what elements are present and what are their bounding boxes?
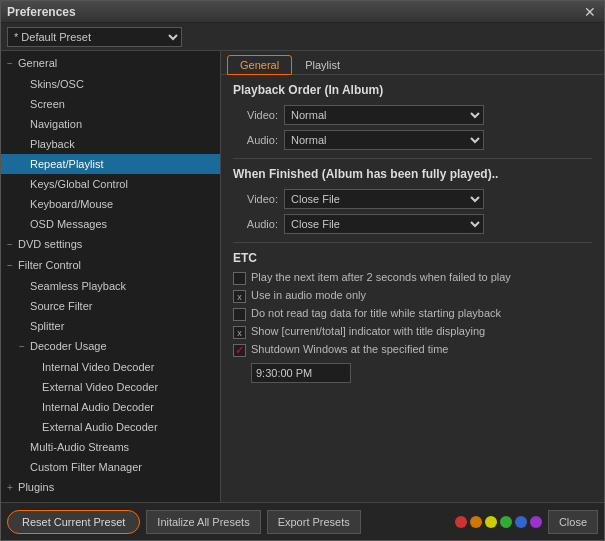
- video-label: Video:: [233, 109, 278, 121]
- checkbox-label-1: Use in audio mode only: [251, 289, 366, 301]
- sidebar-item-internal-audio[interactable]: Internal Audio Decoder: [1, 397, 220, 417]
- preset-select[interactable]: * Default Preset: [7, 27, 182, 47]
- toggle-icon-decoder-usage: −: [17, 339, 27, 355]
- sidebar-item-external-video[interactable]: External Video Decoder: [1, 377, 220, 397]
- checkbox-label-0: Play the next item after 2 seconds when …: [251, 271, 511, 283]
- sidebar-item-multi-audio[interactable]: Multi-Audio Streams: [1, 437, 220, 457]
- sidebar-item-playback[interactable]: Playback: [1, 134, 220, 154]
- sidebar-item-navigation[interactable]: Navigation: [1, 114, 220, 134]
- sidebar-item-label-general-root: General: [18, 57, 57, 69]
- section2-title: When Finished (Album has been fully play…: [233, 167, 592, 181]
- sidebar: − General Skins/OSC Screen Navigation Pl…: [1, 51, 221, 502]
- etc-label: ETC: [233, 251, 592, 265]
- preferences-window: Preferences ✕ * Default Preset − General…: [0, 0, 605, 541]
- sidebar-item-seamless-playback[interactable]: Seamless Playback: [1, 276, 220, 296]
- right-panel: General Playlist Playback Order (In Albu…: [221, 51, 604, 502]
- audio-row: Audio: Normal: [233, 130, 592, 150]
- tab-general[interactable]: General: [227, 55, 292, 75]
- sidebar-item-label-skins: Skins/OSC: [30, 78, 84, 90]
- sidebar-item-label-seamless-playback: Seamless Playback: [30, 280, 126, 292]
- sidebar-item-label-custom-filter: Custom Filter Manager: [30, 461, 142, 473]
- sidebar-item-label-keyboard-mouse: Keyboard/Mouse: [30, 198, 113, 210]
- reset-preset-button[interactable]: Reset Current Preset: [7, 510, 140, 534]
- checkbox-2[interactable]: [233, 308, 246, 321]
- export-presets-button[interactable]: Export Presets: [267, 510, 361, 534]
- video-row: Video: Normal: [233, 105, 592, 125]
- section1-title: Playback Order (In Album): [233, 83, 592, 97]
- color-dot-0: [455, 516, 467, 528]
- checkbox-row-0[interactable]: Play the next item after 2 seconds when …: [233, 271, 592, 285]
- sidebar-item-label-osd-messages: OSD Messages: [30, 218, 107, 230]
- toggle-icon-general-root: −: [5, 56, 15, 72]
- color-dot-5: [530, 516, 542, 528]
- video-finished-select[interactable]: Close File: [284, 189, 484, 209]
- audio-order-select[interactable]: Normal: [284, 130, 484, 150]
- color-dot-2: [485, 516, 497, 528]
- sidebar-item-internal-video[interactable]: Internal Video Decoder: [1, 357, 220, 377]
- sidebar-item-label-repeat-playlist: Repeat/Playlist: [30, 158, 103, 170]
- sidebar-item-dvd-settings[interactable]: − DVD settings: [1, 234, 220, 255]
- sidebar-item-external-audio[interactable]: External Audio Decoder: [1, 417, 220, 437]
- checkbox-1[interactable]: x: [233, 290, 246, 303]
- sidebar-item-label-decoder-usage: Decoder Usage: [30, 340, 106, 352]
- checkbox-label-4: Shutdown Windows at the specified time: [251, 343, 449, 355]
- etc-section: ETC Play the next item after 2 seconds w…: [233, 251, 592, 383]
- close-button[interactable]: Close: [548, 510, 598, 534]
- sidebar-item-plugins[interactable]: + Plugins: [1, 477, 220, 498]
- toggle-icon-dvd-settings: −: [5, 237, 15, 253]
- audio2-label: Audio:: [233, 218, 278, 230]
- checkbox-0[interactable]: [233, 272, 246, 285]
- toolbar: * Default Preset: [1, 23, 604, 51]
- sidebar-item-label-playback: Playback: [30, 138, 75, 150]
- initialize-presets-button[interactable]: Initalize All Presets: [146, 510, 260, 534]
- color-dot-3: [500, 516, 512, 528]
- sidebar-item-keyboard-mouse[interactable]: Keyboard/Mouse: [1, 194, 220, 214]
- sidebar-item-screen[interactable]: Screen: [1, 94, 220, 114]
- checkbox-4[interactable]: ✓: [233, 344, 246, 357]
- sidebar-item-label-keys-global: Keys/Global Control: [30, 178, 128, 190]
- audio-finished-select[interactable]: Close File: [284, 214, 484, 234]
- sidebar-item-keys-global[interactable]: Keys/Global Control: [1, 174, 220, 194]
- checkbox-row-3[interactable]: x Show [current/total] indicator with ti…: [233, 325, 592, 339]
- sidebar-item-filter-control[interactable]: − Filter Control: [1, 255, 220, 276]
- checkbox-row-1[interactable]: x Use in audio mode only: [233, 289, 592, 303]
- sidebar-item-source-filter[interactable]: Source Filter: [1, 296, 220, 316]
- checkbox-label-3: Show [current/total] indicator with titl…: [251, 325, 485, 337]
- sidebar-item-label-dvd-settings: DVD settings: [18, 238, 82, 250]
- sidebar-item-label-internal-video: Internal Video Decoder: [42, 361, 154, 373]
- sidebar-item-custom-filter[interactable]: Custom Filter Manager: [1, 457, 220, 477]
- window-close-button[interactable]: ✕: [582, 4, 598, 20]
- sidebar-item-label-filter-control: Filter Control: [18, 259, 81, 271]
- sidebar-item-label-multi-audio: Multi-Audio Streams: [30, 441, 129, 453]
- video2-label: Video:: [233, 193, 278, 205]
- sidebar-item-label-plugins: Plugins: [18, 481, 54, 493]
- sidebar-item-decoder-usage[interactable]: − Decoder Usage: [1, 336, 220, 357]
- toggle-icon-filter-control: −: [5, 258, 15, 274]
- color-dot-4: [515, 516, 527, 528]
- bottom-bar: Reset Current Preset Initalize All Prese…: [1, 502, 604, 540]
- main-content: − General Skins/OSC Screen Navigation Pl…: [1, 51, 604, 502]
- sidebar-item-label-navigation: Navigation: [30, 118, 82, 130]
- content-area: Playback Order (In Album) Video: Normal …: [221, 75, 604, 502]
- sidebar-item-repeat-playlist[interactable]: Repeat/Playlist: [1, 154, 220, 174]
- checkbox-row-4[interactable]: ✓ Shutdown Windows at the specified time: [233, 343, 592, 357]
- sidebar-item-label-external-audio: External Audio Decoder: [42, 421, 158, 433]
- window-title: Preferences: [7, 5, 76, 19]
- sidebar-item-skins[interactable]: Skins/OSC: [1, 74, 220, 94]
- sidebar-item-label-source-filter: Source Filter: [30, 300, 92, 312]
- title-bar: Preferences ✕: [1, 1, 604, 23]
- toggle-icon-plugins: +: [5, 480, 15, 496]
- sidebar-item-general-root[interactable]: − General: [1, 53, 220, 74]
- color-dot-1: [470, 516, 482, 528]
- sidebar-item-osd-messages[interactable]: OSD Messages: [1, 214, 220, 234]
- tabs: General Playlist: [221, 51, 604, 75]
- audio-label: Audio:: [233, 134, 278, 146]
- checkbox-3[interactable]: x: [233, 326, 246, 339]
- video2-row: Video: Close File: [233, 189, 592, 209]
- sidebar-item-label-splitter: Splitter: [30, 320, 64, 332]
- sidebar-item-splitter[interactable]: Splitter: [1, 316, 220, 336]
- checkbox-row-2[interactable]: Do not read tag data for title while sta…: [233, 307, 592, 321]
- video-order-select[interactable]: Normal: [284, 105, 484, 125]
- time-input[interactable]: [251, 363, 351, 383]
- tab-playlist[interactable]: Playlist: [292, 55, 353, 74]
